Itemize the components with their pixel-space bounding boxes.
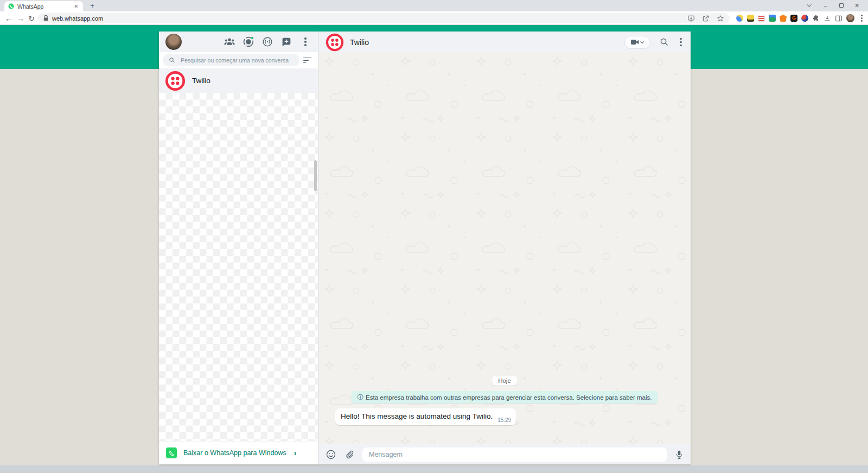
browser-window: WhatsApp ✕ + – ✕ ← → ↻ web.whatsapp.com	[0, 0, 868, 473]
call-options-chevron-icon	[640, 40, 644, 43]
extension-ball-icon[interactable]	[801, 15, 808, 22]
forward-icon[interactable]: →	[15, 11, 26, 25]
conversation-actions	[624, 36, 684, 49]
back-icon[interactable]: ←	[3, 11, 14, 25]
extension-metamask-icon[interactable]	[780, 15, 787, 22]
extension-g-icon[interactable]: G	[790, 15, 797, 22]
whatsapp-logo-icon	[166, 447, 177, 458]
chat-name: Twilio	[192, 77, 210, 85]
incoming-message-bubble[interactable]: Hello! This message is automated using T…	[335, 408, 516, 425]
twilio-avatar[interactable]	[326, 33, 344, 52]
chat-list-empty-area	[159, 93, 318, 441]
conversation-title[interactable]: Twilio	[350, 38, 369, 47]
extensions-puzzle-icon[interactable]	[812, 15, 820, 22]
conversation-search-icon[interactable]	[660, 37, 669, 47]
search-row	[159, 52, 318, 68]
search-icon	[169, 57, 175, 64]
search-field[interactable]	[163, 54, 299, 66]
install-app-icon[interactable]	[687, 15, 695, 22]
messages-area: Hoje ⓘ Esta empresa trabalha com outras …	[318, 53, 691, 444]
window-close-button[interactable]: ✕	[849, 0, 865, 11]
whatsapp-app: Twilio Baixar o WhatsApp para Windows ›	[159, 31, 691, 464]
filter-icon[interactable]	[303, 58, 314, 64]
side-panel-icon[interactable]	[835, 15, 843, 22]
sidebar-header	[159, 31, 318, 52]
extension-yellow-icon[interactable]	[747, 15, 754, 22]
toolbar-extensions: G	[736, 11, 865, 25]
address-bar[interactable]: web.whatsapp.com	[38, 13, 730, 23]
twilio-avatar	[165, 71, 186, 91]
browser-toolbar: ← → ↻ web.whatsapp.com	[0, 11, 868, 25]
sidebar: Twilio Baixar o WhatsApp para Windows ›	[159, 31, 318, 464]
conversation-panel: Twilio	[318, 31, 691, 464]
info-icon: ⓘ	[358, 393, 364, 401]
message-input[interactable]	[362, 447, 667, 462]
chevron-right-icon: ›	[294, 449, 297, 457]
business-notice[interactable]: ⓘ Esta empresa trabalha com outras empre…	[352, 391, 658, 403]
date-badge: Hoje	[492, 376, 517, 386]
extension-red-stripes-icon[interactable]	[758, 15, 765, 22]
chat-list-item-twilio[interactable]: Twilio	[159, 68, 318, 93]
new-chat-icon[interactable]	[280, 36, 292, 48]
bookmark-star-icon[interactable]	[717, 15, 724, 22]
download-windows-banner[interactable]: Baixar o WhatsApp para Windows ›	[159, 441, 318, 464]
status-icon[interactable]	[242, 36, 254, 48]
tab-close-icon[interactable]: ✕	[73, 4, 79, 9]
whatsapp-favicon-icon	[8, 3, 14, 9]
search-input[interactable]	[181, 57, 293, 64]
tab-title: WhatsApp	[17, 3, 69, 10]
video-call-button[interactable]	[624, 36, 650, 49]
browser-tab-strip: WhatsApp ✕ + – ✕	[0, 0, 868, 11]
extension-green-blue-icon[interactable]	[769, 15, 776, 22]
window-controls: – ✕	[802, 0, 865, 11]
sidebar-menu-icon[interactable]	[299, 36, 311, 48]
reload-icon[interactable]: ↻	[26, 11, 37, 25]
message-time: 15:29	[497, 417, 511, 423]
business-notice-text: Esta empresa trabalha com outras empresa…	[366, 394, 652, 401]
attach-icon[interactable]	[344, 450, 354, 459]
download-link-label[interactable]: Baixar o WhatsApp para Windows	[183, 449, 286, 457]
channels-icon[interactable]	[261, 36, 273, 48]
emoji-icon[interactable]	[326, 449, 336, 460]
message-composer	[318, 444, 691, 464]
window-maximize-button[interactable]	[833, 0, 849, 11]
communities-icon[interactable]	[224, 36, 235, 48]
browser-menu-icon[interactable]	[858, 17, 865, 19]
conversation-menu-icon[interactable]	[678, 41, 684, 43]
url-text: web.whatsapp.com	[52, 15, 684, 22]
downloads-icon[interactable]	[824, 15, 831, 22]
whatsapp-web-page: Twilio Baixar o WhatsApp para Windows ›	[0, 25, 868, 473]
share-icon[interactable]	[702, 15, 710, 22]
window-minimize-button[interactable]: –	[818, 0, 833, 11]
status-new-dot	[251, 36, 254, 40]
window-chevron-icon[interactable]	[802, 0, 818, 11]
profile-avatar[interactable]	[165, 34, 182, 50]
new-tab-button[interactable]: +	[88, 2, 97, 10]
extension-blue-circle-icon[interactable]	[736, 15, 743, 22]
browser-tab-whatsapp[interactable]: WhatsApp ✕	[4, 1, 83, 11]
lock-icon	[43, 15, 48, 21]
sidebar-scrollbar[interactable]	[314, 160, 317, 191]
conversation-header[interactable]: Twilio	[318, 31, 691, 53]
page-bottom-band	[0, 465, 868, 473]
mic-icon[interactable]	[675, 450, 684, 459]
browser-profile-avatar[interactable]	[846, 14, 854, 22]
message-text: Hello! This message is automated using T…	[341, 412, 493, 421]
omnibox-actions	[687, 15, 724, 22]
